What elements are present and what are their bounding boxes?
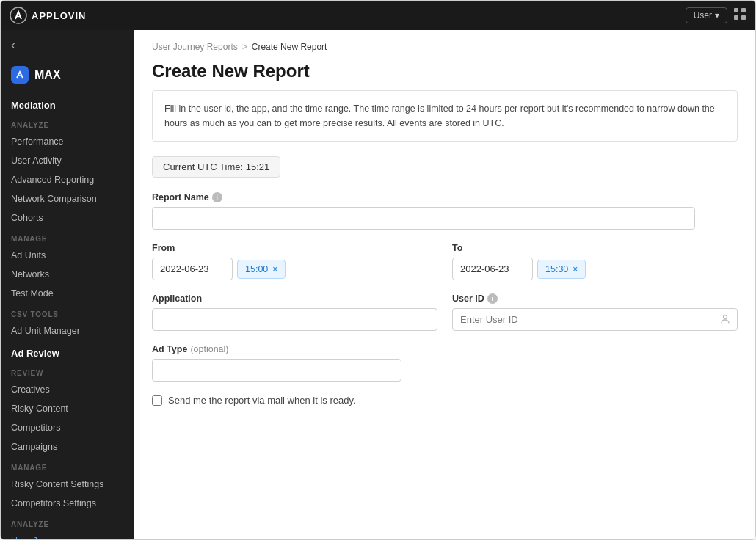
breadcrumb-current: Create New Report [252, 42, 327, 52]
svg-rect-1 [734, 8, 738, 12]
application-input[interactable] [152, 308, 437, 331]
breadcrumb-parent[interactable]: User Journey Reports [152, 42, 238, 52]
from-col: From 15:00 × [152, 243, 437, 280]
to-col: To 15:30 × [452, 243, 738, 280]
from-time-close-icon[interactable]: × [272, 264, 277, 274]
report-name-group: Report Name i [152, 192, 738, 230]
grid-icon [733, 7, 746, 21]
product-name: MAX [34, 68, 61, 81]
user-id-col: User ID i [452, 293, 738, 331]
topbar-left: APPLOVIN [10, 7, 86, 24]
sidebar-item-ad-unit-manager[interactable]: Ad Unit Manager [1, 321, 134, 340]
sidebar-item-user-journey[interactable]: User Journey [1, 531, 134, 539]
email-checkbox-label: Send me the report via mail when it is r… [168, 395, 356, 406]
user-id-wrapper [452, 308, 738, 331]
sidebar-item-cohorts[interactable]: Cohorts [1, 208, 134, 227]
email-checkbox[interactable] [152, 395, 162, 406]
topbar-right: User ▾ [686, 7, 746, 23]
from-label: From [152, 243, 437, 253]
to-time-close-icon[interactable]: × [573, 264, 578, 274]
sidebar-item-creatives[interactable]: Creatives [1, 380, 134, 399]
from-time-tag: 15:00 × [237, 260, 286, 279]
main-layout: ‹ MAX Mediation ANALYZE Performance User… [1, 30, 755, 539]
sidebar-product: MAX [1, 60, 134, 92]
logo-icon [10, 7, 27, 24]
ad-type-input[interactable] [152, 359, 401, 382]
sidebar-item-risky-content[interactable]: Risky Content [1, 399, 134, 418]
to-time-value: 15:30 [545, 264, 568, 274]
ad-review-manage-header: MANAGE [1, 456, 134, 475]
ad-type-optional: (optional) [190, 344, 228, 354]
mediation-group-title: Mediation [1, 92, 134, 114]
report-name-info-icon[interactable]: i [212, 192, 222, 202]
to-date-input[interactable] [452, 258, 533, 280]
chevron-down-icon: ▾ [715, 10, 719, 21]
application-col: Application [152, 293, 437, 331]
email-checkbox-row: Send me the report via mail when it is r… [152, 395, 738, 406]
csv-header: CSV TOOLS [1, 303, 134, 321]
breadcrumb-separator: > [242, 42, 247, 52]
sidebar-item-ad-units[interactable]: Ad Units [1, 246, 134, 265]
content-area: User Journey Reports > Create New Report… [134, 30, 755, 539]
user-id-label: User ID i [452, 293, 738, 304]
sidebar-item-campaigns[interactable]: Campaigns [1, 437, 134, 456]
utc-time-badge: Current UTC Time: 15:21 [152, 156, 280, 178]
app-logo: APPLOVIN [10, 7, 86, 24]
analyze-header: ANALYZE [1, 114, 134, 132]
breadcrumb: User Journey Reports > Create New Report [152, 42, 738, 52]
sidebar-item-test-mode[interactable]: Test Mode [1, 284, 134, 303]
svg-rect-4 [741, 15, 746, 20]
report-name-input[interactable] [152, 207, 695, 230]
sidebar: ‹ MAX Mediation ANALYZE Performance User… [1, 30, 134, 539]
application-label: Application [152, 293, 437, 304]
topbar: APPLOVIN User ▾ [1, 1, 755, 30]
user-id-info-icon[interactable]: i [487, 293, 498, 304]
to-time-tag: 15:30 × [537, 260, 586, 279]
user-button[interactable]: User ▾ [686, 7, 727, 23]
ad-review-group-title: Ad Review [1, 340, 134, 362]
ad-review-analyze-header: ANALYZE [1, 513, 134, 531]
user-icon [720, 313, 730, 326]
from-date-time: 15:00 × [152, 258, 437, 280]
sidebar-item-risky-content-settings[interactable]: Risky Content Settings [1, 475, 134, 494]
sidebar-item-user-activity[interactable]: User Activity [1, 151, 134, 170]
sidebar-item-advanced-reporting[interactable]: Advanced Reporting [1, 170, 134, 189]
date-range-row: From 15:00 × To 15:30 [152, 243, 738, 280]
manage-header: MANAGE [1, 227, 134, 246]
sidebar-item-competitors-settings[interactable]: Competitors Settings [1, 494, 134, 513]
review-header: REVIEW [1, 362, 134, 380]
ad-type-group: Ad Type (optional) [152, 344, 738, 382]
svg-rect-3 [734, 15, 738, 20]
sidebar-item-network-comparison[interactable]: Network Comparison [1, 189, 134, 208]
description-box: Fill in the user id, the app, and the ti… [152, 90, 738, 142]
product-icon [11, 66, 29, 84]
page-title: Create New Report [152, 61, 738, 81]
app-name: APPLOVIN [32, 10, 86, 21]
report-name-label: Report Name i [152, 192, 738, 202]
sidebar-item-performance[interactable]: Performance [1, 132, 134, 151]
svg-point-0 [10, 7, 26, 23]
sidebar-back-button[interactable]: ‹ [1, 30, 134, 60]
ad-type-label: Ad Type (optional) [152, 344, 738, 354]
from-date-input[interactable] [152, 258, 233, 280]
app-userid-row: Application User ID i [152, 293, 738, 331]
sidebar-item-networks[interactable]: Networks [1, 265, 134, 284]
svg-point-6 [724, 315, 727, 318]
sidebar-item-competitors[interactable]: Competitors [1, 418, 134, 437]
to-date-time: 15:30 × [452, 258, 738, 280]
from-time-value: 15:00 [245, 264, 268, 274]
to-label: To [452, 243, 738, 253]
user-label: User [694, 10, 712, 21]
svg-rect-2 [741, 8, 746, 12]
user-id-input[interactable] [452, 308, 738, 331]
grid-icon-button[interactable] [733, 7, 746, 23]
description-text: Fill in the user id, the app, and the ti… [164, 103, 715, 128]
